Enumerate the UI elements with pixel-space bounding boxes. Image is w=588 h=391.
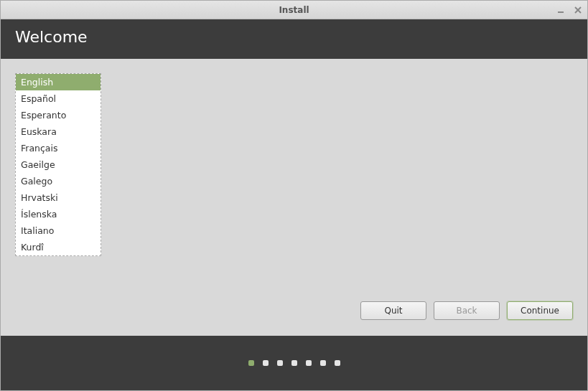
language-item[interactable]: English [16,74,101,90]
window-title: Install [279,5,309,15]
header-bar: Welcome [1,19,587,59]
button-row: Quit Back Continue [15,301,573,329]
language-list[interactable]: EnglishEspañolEsperantoEuskaraFrançaisGa… [15,73,101,256]
progress-dot [291,360,297,366]
progress-dot [335,360,340,366]
titlebar: Install [1,1,587,19]
window-controls [556,1,583,19]
language-item[interactable]: Esperanto [16,107,101,123]
language-item[interactable]: Íslenska [16,206,101,222]
back-button: Back [434,301,500,320]
progress-dot [320,360,326,366]
language-item[interactable]: Galego [16,173,101,189]
install-window: Install Welcome EnglishEspañolEsperantoE… [0,0,588,391]
page-title: Welcome [15,28,573,46]
minimize-button[interactable] [556,5,566,15]
progress-dots [1,336,587,390]
progress-dot [277,360,283,366]
quit-button[interactable]: Quit [360,301,426,320]
content-area: EnglishEspañolEsperantoEuskaraFrançaisGa… [1,59,587,336]
language-item[interactable]: Hrvatski [16,189,101,206]
language-item[interactable]: Español [16,90,101,107]
progress-dot [306,360,312,366]
language-item[interactable]: Kurdî [16,239,101,255]
language-item[interactable]: Gaeilge [16,156,101,173]
progress-dot [248,360,254,366]
language-item[interactable]: Italiano [16,222,101,239]
close-button[interactable] [573,5,583,15]
progress-dot [263,360,269,366]
continue-button[interactable]: Continue [507,301,573,320]
language-item[interactable]: Français [16,140,101,156]
language-item[interactable]: Euskara [16,123,101,140]
